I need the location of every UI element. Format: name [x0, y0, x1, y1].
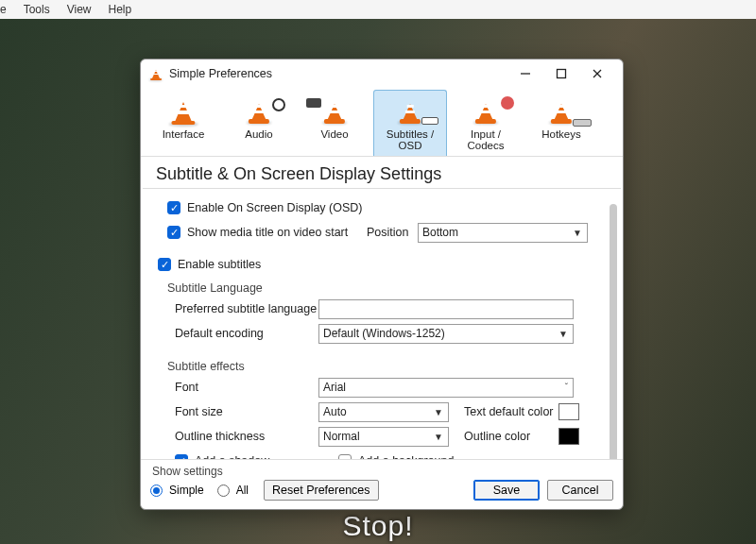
- text-default-color-picker[interactable]: [558, 403, 579, 420]
- chevron-down-icon: ▼: [431, 432, 446, 442]
- tab-label: Audio: [225, 128, 293, 140]
- tab-interface[interactable]: Interface: [146, 90, 220, 156]
- vlc-cone-icon: [245, 97, 273, 126]
- tab-audio[interactable]: Audio: [222, 90, 296, 156]
- reset-preferences-button[interactable]: Reset Preferences: [264, 480, 379, 501]
- page-heading: Subtitle & On Screen Display Settings: [143, 157, 621, 189]
- tab-hotkeys[interactable]: Hotkeys: [524, 90, 598, 156]
- menu-item-view[interactable]: View: [67, 3, 92, 16]
- tab-label: Video: [301, 128, 369, 140]
- tab-subtitles-osd[interactable]: Subtitles / OSD: [373, 90, 447, 156]
- subtitle-overlay-text: Stop!: [342, 510, 413, 542]
- disc-icon: [501, 96, 514, 110]
- film-icon: [306, 98, 321, 108]
- preferred-language-input[interactable]: [318, 299, 574, 319]
- svg-rect-1: [558, 70, 566, 78]
- osd-position-select[interactable]: Bottom▼: [418, 223, 588, 243]
- chevron-down-icon: ▼: [431, 407, 446, 417]
- menu-item-help[interactable]: Help: [109, 3, 132, 16]
- vlc-cone-icon: [396, 97, 424, 126]
- font-label: Font: [175, 381, 318, 394]
- tab-label: Subtitles / OSD: [376, 128, 444, 151]
- font-size-select[interactable]: Auto▼: [318, 402, 449, 422]
- enable-subtitles-label: Enable subtitles: [178, 258, 261, 271]
- video-viewport: Stop! Simple Preferences Interface: [0, 19, 756, 544]
- outline-thickness-label: Outline thickness: [175, 430, 318, 443]
- vlc-cone-icon: [148, 66, 163, 81]
- show-settings-group: Show settings Simple All Reset Preferenc…: [150, 465, 379, 501]
- text-default-color-label: Text default color: [464, 405, 558, 418]
- add-shadow-checkbox[interactable]: [175, 454, 188, 459]
- vertical-scrollbar[interactable]: [610, 204, 617, 459]
- font-value: Arial: [323, 381, 346, 394]
- app-menubar: e Tools View Help: [0, 0, 756, 19]
- vlc-cone-icon: [547, 97, 576, 126]
- osd-position-value: Bottom: [422, 226, 458, 239]
- vlc-cone-icon: [472, 97, 500, 126]
- show-settings-simple-label: Simple: [169, 484, 204, 497]
- enable-osd-checkbox[interactable]: [167, 201, 180, 214]
- cancel-button[interactable]: Cancel: [547, 480, 613, 501]
- tab-label: Input / Codecs: [452, 128, 520, 151]
- dialog-titlebar: Simple Preferences: [141, 60, 623, 88]
- vlc-cone-icon: [167, 95, 199, 128]
- preferred-language-label: Preferred subtitle language: [175, 302, 318, 315]
- add-shadow-label: Add a shadow: [195, 454, 318, 459]
- tab-input-codecs[interactable]: Input / Codecs: [449, 90, 523, 156]
- preferences-body: Enable On Screen Display (OSD) Show medi…: [141, 189, 623, 459]
- show-settings-simple-radio[interactable]: [150, 484, 163, 497]
- show-settings-label: Show settings: [152, 465, 379, 478]
- outline-color-picker[interactable]: [558, 428, 579, 445]
- subtitle-box-icon: [421, 117, 438, 125]
- outline-thickness-value: Normal: [323, 430, 360, 443]
- font-size-value: Auto: [323, 405, 347, 418]
- show-settings-all-label: All: [236, 484, 249, 497]
- chevron-down-icon: ▼: [570, 228, 585, 238]
- default-encoding-label: Default encoding: [175, 327, 318, 340]
- menu-item-tools[interactable]: Tools: [24, 3, 50, 16]
- enable-osd-label: Enable On Screen Display (OSD): [187, 201, 363, 214]
- font-size-label: Font size: [175, 405, 318, 418]
- headphones-icon: [272, 98, 285, 111]
- default-encoding-value: Default (Windows-1252): [323, 327, 445, 340]
- show-settings-all-radio[interactable]: [217, 484, 230, 497]
- enable-subtitles-checkbox[interactable]: [158, 258, 171, 271]
- chevron-down-icon: ▼: [556, 329, 571, 339]
- outline-color-label: Outline color: [464, 430, 558, 443]
- default-encoding-select[interactable]: Default (Windows-1252)▼: [318, 324, 574, 344]
- tab-video[interactable]: Video: [298, 90, 371, 156]
- window-minimize-button[interactable]: [507, 60, 543, 87]
- preferences-tabs: Interface Audio Video: [141, 88, 623, 157]
- add-background-checkbox[interactable]: [338, 454, 352, 459]
- preferences-dialog: Simple Preferences Interface Audio: [140, 59, 624, 510]
- show-media-title-checkbox[interactable]: [167, 226, 180, 239]
- save-button[interactable]: Save: [473, 480, 540, 501]
- keyboard-icon: [573, 119, 592, 127]
- add-background-label: Add a background: [358, 454, 454, 459]
- window-maximize-button[interactable]: [543, 60, 579, 87]
- font-select[interactable]: Arialˇ: [318, 378, 574, 398]
- outline-thickness-select[interactable]: Normal▼: [318, 427, 449, 447]
- chevron-down-icon: ˇ: [562, 382, 571, 393]
- menu-item[interactable]: e: [0, 3, 7, 16]
- tab-label: Hotkeys: [527, 128, 595, 140]
- osd-position-label: Position: [367, 226, 418, 239]
- subtitle-effects-group-label: Subtitle effects: [167, 360, 602, 373]
- window-close-button[interactable]: [579, 60, 615, 87]
- dialog-footer: Show settings Simple All Reset Preferenc…: [141, 459, 623, 509]
- subtitle-language-group-label: Subtitle Language: [167, 281, 602, 295]
- dialog-title: Simple Preferences: [169, 67, 507, 80]
- vlc-cone-icon: [320, 97, 349, 126]
- tab-label: Interface: [149, 128, 217, 140]
- show-media-title-label: Show media title on video start: [187, 226, 367, 239]
